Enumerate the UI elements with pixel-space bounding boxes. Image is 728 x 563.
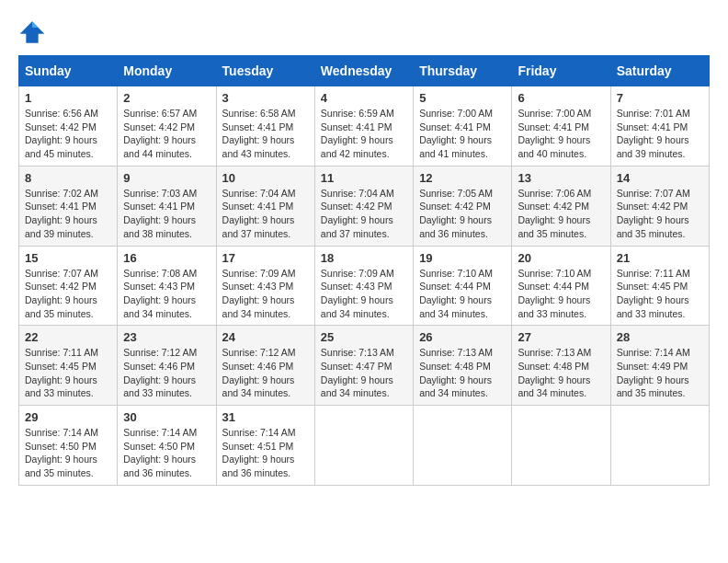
cell-details: Sunrise: 7:02 AMSunset: 4:41 PMDaylight:… [25,188,98,239]
cell-details: Sunrise: 7:07 AMSunset: 4:42 PMDaylight:… [25,268,98,319]
weekday-header: Monday [118,56,216,86]
calendar-cell: 30 Sunrise: 7:14 AMSunset: 4:50 PMDaylig… [118,406,216,486]
day-number: 10 [222,171,309,185]
calendar-table: SundayMondayTuesdayWednesdayThursdayFrid… [18,55,710,486]
svg-marker-1 [32,21,39,28]
cell-details: Sunrise: 7:04 AMSunset: 4:41 PMDaylight:… [222,188,296,239]
calendar-cell: 10 Sunrise: 7:04 AMSunset: 4:41 PMDaylig… [216,166,314,246]
cell-details: Sunrise: 7:14 AMSunset: 4:50 PMDaylight:… [123,427,197,478]
weekday-header: Friday [512,56,610,86]
day-number: 24 [222,330,309,344]
day-number: 7 [617,91,703,105]
calendar-cell: 17 Sunrise: 7:09 AMSunset: 4:43 PMDaylig… [216,246,314,326]
cell-details: Sunrise: 7:10 AMSunset: 4:44 PMDaylight:… [419,268,493,319]
calendar-cell: 6 Sunrise: 7:00 AMSunset: 4:41 PMDayligh… [512,86,610,167]
page-header [18,18,710,46]
cell-details: Sunrise: 6:58 AMSunset: 4:41 PMDaylight:… [222,108,296,159]
cell-details: Sunrise: 7:01 AMSunset: 4:41 PMDaylight:… [617,108,690,159]
cell-details: Sunrise: 7:14 AMSunset: 4:50 PMDaylight:… [25,427,98,478]
day-number: 30 [123,410,210,424]
day-number: 5 [419,91,506,105]
day-number: 14 [617,171,703,185]
calendar-cell: 4 Sunrise: 6:59 AMSunset: 4:41 PMDayligh… [314,86,413,167]
logo [18,18,50,46]
day-number: 27 [518,330,604,344]
day-number: 17 [222,251,309,265]
calendar-week-row: 8 Sunrise: 7:02 AMSunset: 4:41 PMDayligh… [19,166,710,246]
calendar-cell: 7 Sunrise: 7:01 AMSunset: 4:41 PMDayligh… [610,86,709,167]
calendar-cell: 5 Sunrise: 7:00 AMSunset: 4:41 PMDayligh… [414,86,512,167]
calendar-cell: 2 Sunrise: 6:57 AMSunset: 4:42 PMDayligh… [118,86,216,167]
day-number: 1 [25,91,111,105]
cell-details: Sunrise: 7:09 AMSunset: 4:43 PMDaylight:… [222,268,296,319]
cell-details: Sunrise: 6:59 AMSunset: 4:41 PMDaylight:… [321,108,394,159]
day-number: 11 [321,171,407,185]
cell-details: Sunrise: 7:10 AMSunset: 4:44 PMDaylight:… [518,268,591,319]
logo-icon [18,18,46,46]
cell-details: Sunrise: 7:09 AMSunset: 4:43 PMDaylight:… [321,268,394,319]
cell-details: Sunrise: 7:05 AMSunset: 4:42 PMDaylight:… [419,188,493,239]
empty-cell [512,406,610,486]
day-number: 28 [617,330,703,344]
empty-cell [314,406,413,486]
cell-details: Sunrise: 7:00 AMSunset: 4:41 PMDaylight:… [518,108,591,159]
cell-details: Sunrise: 7:08 AMSunset: 4:43 PMDaylight:… [123,268,197,319]
calendar-cell: 28 Sunrise: 7:14 AMSunset: 4:49 PMDaylig… [610,326,709,406]
day-number: 26 [419,330,506,344]
calendar-cell: 27 Sunrise: 7:13 AMSunset: 4:48 PMDaylig… [512,326,610,406]
cell-details: Sunrise: 7:14 AMSunset: 4:51 PMDaylight:… [222,427,296,478]
calendar-cell: 1 Sunrise: 6:56 AMSunset: 4:42 PMDayligh… [19,86,118,167]
empty-cell [414,406,512,486]
calendar-cell: 12 Sunrise: 7:05 AMSunset: 4:42 PMDaylig… [414,166,512,246]
weekday-header: Thursday [414,56,512,86]
calendar-cell: 16 Sunrise: 7:08 AMSunset: 4:43 PMDaylig… [118,246,216,326]
calendar-cell: 29 Sunrise: 7:14 AMSunset: 4:50 PMDaylig… [19,406,118,486]
day-number: 13 [518,171,604,185]
weekday-header: Wednesday [314,56,413,86]
day-number: 22 [25,330,111,344]
day-number: 25 [321,330,407,344]
empty-cell [610,406,709,486]
cell-details: Sunrise: 6:56 AMSunset: 4:42 PMDaylight:… [25,108,98,159]
calendar-week-row: 15 Sunrise: 7:07 AMSunset: 4:42 PMDaylig… [19,246,710,326]
calendar-cell: 8 Sunrise: 7:02 AMSunset: 4:41 PMDayligh… [19,166,118,246]
cell-details: Sunrise: 7:11 AMSunset: 4:45 PMDaylight:… [25,347,98,398]
calendar-cell: 25 Sunrise: 7:13 AMSunset: 4:47 PMDaylig… [314,326,413,406]
calendar-cell: 3 Sunrise: 6:58 AMSunset: 4:41 PMDayligh… [216,86,314,167]
cell-details: Sunrise: 7:12 AMSunset: 4:46 PMDaylight:… [123,347,197,398]
calendar-cell: 23 Sunrise: 7:12 AMSunset: 4:46 PMDaylig… [118,326,216,406]
day-number: 15 [25,251,111,265]
calendar-cell: 18 Sunrise: 7:09 AMSunset: 4:43 PMDaylig… [314,246,413,326]
cell-details: Sunrise: 7:13 AMSunset: 4:48 PMDaylight:… [419,347,493,398]
day-number: 6 [518,91,604,105]
calendar-cell: 14 Sunrise: 7:07 AMSunset: 4:42 PMDaylig… [610,166,709,246]
cell-details: Sunrise: 7:12 AMSunset: 4:46 PMDaylight:… [222,347,296,398]
day-number: 18 [321,251,407,265]
day-number: 8 [25,171,111,185]
calendar-cell: 20 Sunrise: 7:10 AMSunset: 4:44 PMDaylig… [512,246,610,326]
calendar-cell: 22 Sunrise: 7:11 AMSunset: 4:45 PMDaylig… [19,326,118,406]
calendar-cell: 9 Sunrise: 7:03 AMSunset: 4:41 PMDayligh… [118,166,216,246]
cell-details: Sunrise: 7:11 AMSunset: 4:45 PMDaylight:… [617,268,690,319]
day-number: 21 [617,251,703,265]
calendar-cell: 11 Sunrise: 7:04 AMSunset: 4:42 PMDaylig… [314,166,413,246]
cell-details: Sunrise: 7:07 AMSunset: 4:42 PMDaylight:… [617,188,690,239]
calendar-header-row: SundayMondayTuesdayWednesdayThursdayFrid… [19,56,710,86]
day-number: 16 [123,251,210,265]
calendar-cell: 26 Sunrise: 7:13 AMSunset: 4:48 PMDaylig… [414,326,512,406]
weekday-header: Tuesday [216,56,314,86]
day-number: 9 [123,171,210,185]
calendar-week-row: 29 Sunrise: 7:14 AMSunset: 4:50 PMDaylig… [19,406,710,486]
day-number: 20 [518,251,604,265]
calendar-cell: 21 Sunrise: 7:11 AMSunset: 4:45 PMDaylig… [610,246,709,326]
cell-details: Sunrise: 7:03 AMSunset: 4:41 PMDaylight:… [123,188,197,239]
calendar-cell: 15 Sunrise: 7:07 AMSunset: 4:42 PMDaylig… [19,246,118,326]
calendar-cell: 31 Sunrise: 7:14 AMSunset: 4:51 PMDaylig… [216,406,314,486]
day-number: 3 [222,91,309,105]
weekday-header: Saturday [610,56,709,86]
calendar-cell: 13 Sunrise: 7:06 AMSunset: 4:42 PMDaylig… [512,166,610,246]
weekday-header: Sunday [19,56,118,86]
calendar-cell: 19 Sunrise: 7:10 AMSunset: 4:44 PMDaylig… [414,246,512,326]
calendar-cell: 24 Sunrise: 7:12 AMSunset: 4:46 PMDaylig… [216,326,314,406]
day-number: 4 [321,91,407,105]
